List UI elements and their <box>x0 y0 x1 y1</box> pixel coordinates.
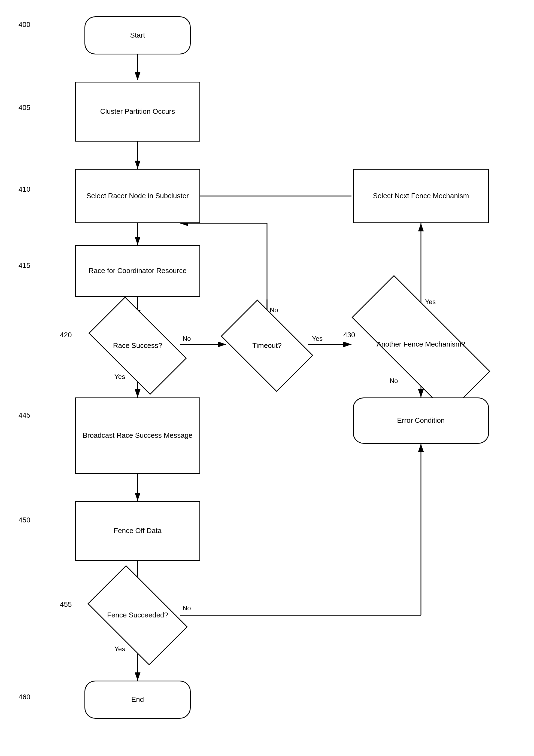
error-condition-node: Error Condition <box>353 397 489 444</box>
step-400-label: 400 <box>18 20 30 29</box>
step-415-label: 415 <box>18 261 30 270</box>
step-420-label: 420 <box>60 331 72 339</box>
select-next-fence-label: Select Next Fence Mechanism <box>373 191 469 201</box>
another-fence-label: Another Fence Mechanism? <box>377 339 465 349</box>
step-460-label: 460 <box>18 693 30 701</box>
step-405-label: 405 <box>18 103 30 112</box>
select-next-fence-node: Select Next Fence Mechanism <box>353 169 489 223</box>
step-445-label: 445 <box>18 411 30 419</box>
fence-succeeded-no-label: No <box>183 604 191 612</box>
end-label: End <box>131 695 144 704</box>
cluster-partition-label: Cluster Partition Occurs <box>100 107 175 116</box>
fence-off-data-label: Fence Off Data <box>114 526 161 535</box>
error-condition-label: Error Condition <box>397 416 445 425</box>
another-fence-no-label: No <box>390 377 398 385</box>
fence-succeeded-label: Fence Succeeded? <box>107 610 168 620</box>
step-410-label: 410 <box>18 185 30 194</box>
timeout-text-container: Timeout? <box>218 320 316 372</box>
start-label: Start <box>130 31 145 40</box>
fence-succeeded-text-container: Fence Succeeded? <box>84 588 191 642</box>
race-coordinator-label: Race for Coordinator Resource <box>89 266 187 276</box>
select-racer-label: Select Racer Node in Subcluster <box>86 191 189 201</box>
start-node: Start <box>84 16 191 54</box>
fence-off-data-node: Fence Off Data <box>75 501 200 561</box>
race-success-yes-label: Yes <box>114 373 125 381</box>
timeout-label: Timeout? <box>252 341 281 350</box>
step-450-label: 450 <box>18 516 30 524</box>
broadcast-race-success-node: Broadcast Race Success Message <box>75 397 200 474</box>
race-success-text-container: Race Success? <box>84 320 191 372</box>
race-success-label: Race Success? <box>113 341 162 350</box>
broadcast-race-success-label: Broadcast Race Success Message <box>83 431 192 440</box>
cluster-partition-node: Cluster Partition Occurs <box>75 82 200 142</box>
another-fence-text-container: Another Fence Mechanism? <box>346 314 496 374</box>
fence-succeeded-yes-label: Yes <box>114 645 125 653</box>
another-fence-yes-label: Yes <box>425 298 436 306</box>
end-node: End <box>84 681 191 719</box>
timeout-no-label: No <box>270 306 278 314</box>
flowchart-diagram: 400 405 410 415 420 425 430 435 440 445 … <box>0 0 534 756</box>
timeout-yes-label: Yes <box>312 335 323 342</box>
race-success-no-label: No <box>183 335 191 342</box>
race-coordinator-node: Race for Coordinator Resource <box>75 245 200 297</box>
select-racer-node: Select Racer Node in Subcluster <box>75 169 200 223</box>
step-455-label: 455 <box>60 600 72 609</box>
